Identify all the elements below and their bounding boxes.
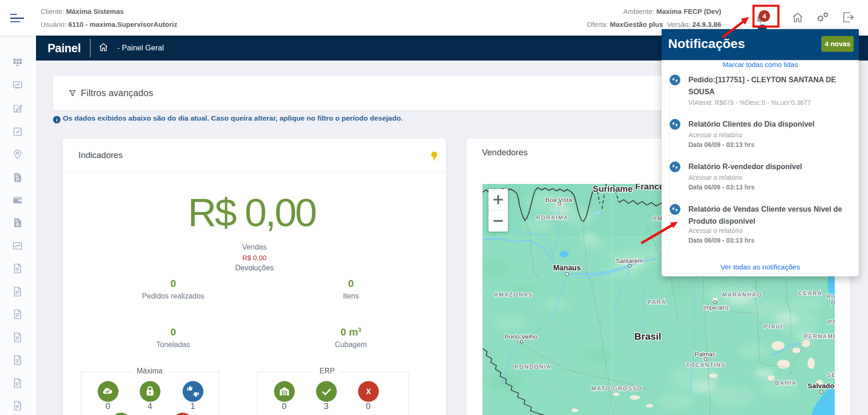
svg-text:PIAUÍ: PIAUÍ: [764, 323, 783, 330]
svg-text:Salvador: Salvador: [808, 382, 835, 390]
svg-text:MARANHÃO: MARANHÃO: [722, 291, 762, 298]
svg-text:PERNAMB: PERNAMB: [804, 333, 835, 340]
svg-text:X: X: [366, 388, 371, 396]
svg-text:RORAIMA: RORAIMA: [536, 214, 568, 221]
svg-text:France: France: [635, 184, 664, 191]
svg-text:Santarém: Santarém: [616, 257, 643, 264]
svg-text:MATO GROSSO: MATO GROSSO: [591, 385, 643, 392]
svg-text:4: 4: [762, 12, 766, 20]
svg-text:SE: SE: [827, 372, 835, 378]
svg-text:TOCANTINS: TOCANTINS: [686, 362, 726, 368]
svg-text:Manaus: Manaus: [553, 264, 581, 272]
svg-text:CEARÁ: CEARÁ: [798, 290, 822, 297]
svg-text:AMAZONAS: AMAZONAS: [494, 292, 533, 298]
svg-text:D: D: [831, 299, 835, 306]
svg-text:Suriname: Suriname: [593, 184, 633, 194]
svg-text:PARÁ: PARÁ: [648, 299, 667, 305]
svg-text:RONDÔNIA: RONDÔNIA: [514, 363, 551, 370]
svg-text:PA: PA: [828, 319, 835, 325]
svg-text:BAHIA: BAHIA: [775, 380, 796, 386]
svg-text:Palmas: Palmas: [694, 351, 715, 358]
svg-text:Imperatriz: Imperatriz: [703, 305, 729, 311]
svg-text:Brasil: Brasil: [634, 331, 661, 342]
svg-text:Porto Velho: Porto Velho: [505, 333, 537, 340]
svg-text:i: i: [56, 117, 57, 122]
svg-text:RIO: RIO: [826, 293, 835, 300]
